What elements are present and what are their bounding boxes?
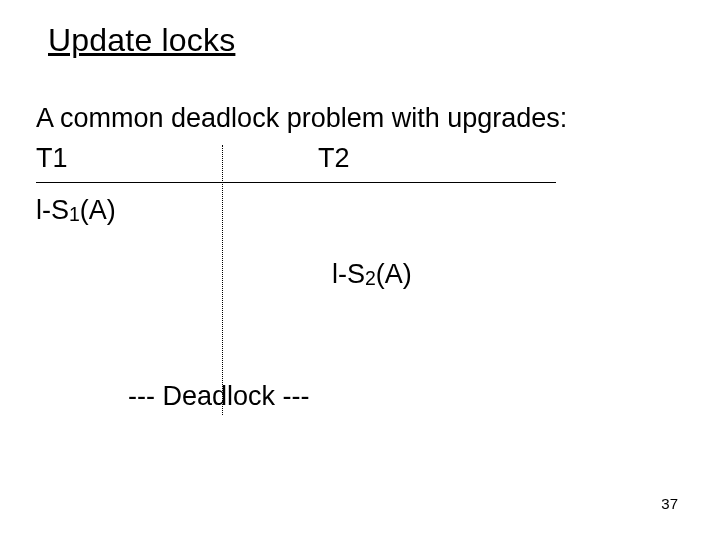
vertical-divider	[222, 145, 223, 415]
t1-action-ls1: l-S1(A)	[36, 194, 116, 226]
slide: Update locks A common deadlock problem w…	[0, 0, 720, 540]
ls1-prefix: l-S	[36, 195, 69, 225]
ls2-prefix: l-S	[332, 259, 365, 289]
ls1-suffix: (A)	[80, 195, 116, 225]
column-header-t1: T1	[36, 142, 68, 174]
column-header-t2: T2	[318, 142, 350, 174]
ls2-suffix: (A)	[376, 259, 412, 289]
deadlock-label: --- Deadlock ---	[128, 380, 310, 412]
t2-action-ls2: l-S2(A)	[332, 258, 412, 290]
ls1-sub: 1	[69, 203, 80, 225]
page-number: 37	[661, 495, 678, 512]
slide-title: Update locks	[48, 22, 235, 59]
horizontal-rule	[36, 182, 556, 183]
ls2-sub: 2	[365, 267, 376, 289]
intro-text: A common deadlock problem with upgrades:	[36, 102, 567, 134]
